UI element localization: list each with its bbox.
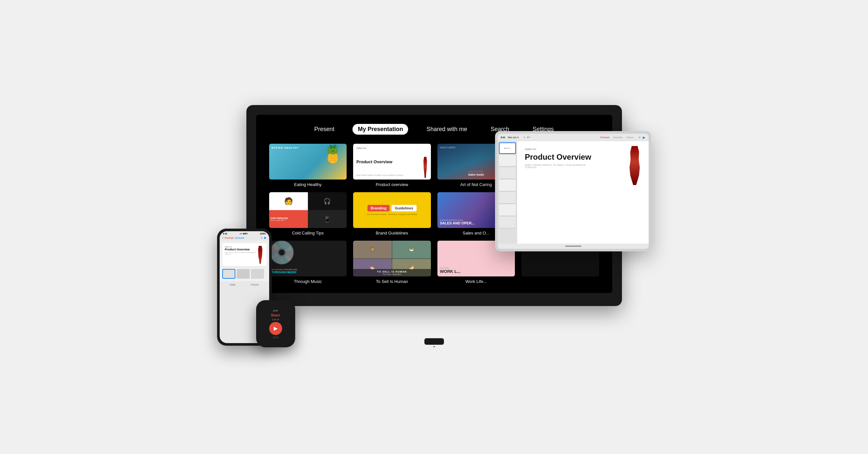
ipad-thumb-2[interactable]	[499, 155, 516, 166]
ipad-add-btn[interactable]: +	[639, 136, 641, 139]
ipad-slide-panel: Zylker Inc.	[498, 141, 517, 244]
sell-overlay-text: TO SELL IS HUMAN Psychology of persuasio…	[353, 269, 431, 277]
brand-pills: Branding Guidelines	[367, 205, 416, 212]
card-eating-healthy-label: Eating Healthy	[269, 182, 347, 187]
nav-item-shared[interactable]: Shared with me	[421, 124, 472, 135]
music-text: INFLUENCING CONSUMER MIND THROUGH MUSIC	[272, 269, 298, 274]
watch-device: 9:47 Share 2 of 14 ▶ 10:23	[256, 300, 295, 347]
ipad-forward-btn[interactable]: ↩	[527, 135, 530, 139]
phone-slide-title: Product Overview	[225, 248, 264, 251]
through-music-title: THROUGH MUSIC	[272, 270, 298, 274]
sell-img1: 🥘	[353, 241, 392, 259]
watch-progress-display: 10:23	[273, 336, 279, 338]
ipad-body: Zylker Inc. Zylker Inc. Product Overview…	[498, 141, 649, 244]
sales-leads-tag: Sales leads	[440, 147, 455, 149]
card-work-life-label: Work Life...	[437, 279, 515, 284]
ipad-nav-buttons: ‹ ↩	[524, 135, 530, 139]
ipad-animate-tab[interactable]: Animate	[613, 136, 623, 139]
tv-stand-base	[405, 303, 463, 306]
card-cold-calling[interactable]: 🧑 🎧 Cold calling tips Does it really wor…	[269, 192, 347, 235]
watch-label-display: Share	[271, 314, 280, 317]
thumb-eating-healthy: EATING HEALTHY 🍍	[269, 144, 347, 180]
pineapple-icon: 🍍	[322, 145, 343, 162]
ipad-share-tab[interactable]: Share	[626, 136, 633, 139]
cc-subtitle: Does it really work ?	[271, 219, 306, 221]
cc-quadrant2: 🎧	[308, 192, 347, 210]
guidelines-pill: Guidelines	[392, 205, 416, 212]
phone-footer-bar: Slide Theme	[220, 281, 269, 288]
phone-signal: ▪▪▪ WiFi	[240, 232, 248, 235]
ipad-device: 9:41 Mon Jun 3 ‹ ↩ Format Animate Share …	[495, 131, 651, 251]
phone-thumb-2[interactable]	[237, 269, 250, 279]
ipad-screen: 9:41 Mon Jun 3 ‹ ↩ Format Animate Share …	[498, 134, 649, 249]
ipad-main-content: Zylker Inc. Product Overview KEEP THINGS…	[517, 141, 649, 244]
watch-screen: 9:47 Share 2 of 14 ▶ 10:23	[258, 302, 293, 345]
card-cold-calling-label: Cold Calling Tips	[269, 231, 347, 235]
phone-animate-tab[interactable]: Animate	[235, 236, 244, 239]
phone-thumb-3[interactable]	[251, 269, 264, 279]
thumb-brand-guidelines: Branding Guidelines For all content mast…	[353, 192, 431, 228]
phone-back-btn[interactable]: ‹	[222, 235, 224, 240]
thumb-sell-human: 🥘 🥗 🍜 🥙 TO SELL IS HUMAN Psychology of p…	[353, 241, 431, 277]
nav-item-present[interactable]: Present	[309, 124, 339, 135]
phone-content-area: Zylker Inc. Product Overview KEEP THINGS…	[220, 241, 269, 281]
product-title-thumb: Product Overview	[356, 159, 428, 165]
main-scene: Present My Presentation Shared with me S…	[217, 105, 651, 349]
ipad-thumb-4[interactable]	[499, 180, 516, 191]
ipad-play-btn[interactable]: ▶	[643, 136, 645, 139]
phone-format-tab[interactable]: Format	[225, 236, 234, 239]
work-life-title: WORK L...	[440, 269, 513, 274]
cc-quadrant3: Cold calling tips Does it really work ?	[269, 210, 308, 228]
ipad-thumb-5[interactable]	[499, 192, 516, 203]
ipad-toolbar: 9:41 Mon Jun 3 ‹ ↩ Format Animate Share …	[498, 134, 649, 141]
phone-nav-bar: ‹ Format Animate + ▶	[220, 235, 269, 241]
phone-thumb-1[interactable]	[222, 269, 235, 279]
thumb-cold-calling: 🧑 🎧 Cold calling tips Does it really wor…	[269, 192, 347, 228]
phone-status-bar: 9:41 ▪▪▪ WiFi 100%	[220, 231, 269, 235]
phone-time: 9:41	[223, 232, 227, 235]
product-sub-thumb: KEEP THINGS SIMPLE TO MAKE YOUR AUDIENCE…	[356, 174, 428, 176]
sell-sub-title: Psychology of persuasion	[354, 273, 430, 275]
nav-item-my-presentation[interactable]: My Presentation	[352, 124, 408, 135]
brand-tagline: For all content masters - Marketers, Ins…	[367, 213, 417, 215]
ipad-date: Mon Jun 3	[508, 136, 519, 138]
ipad-thumb-6[interactable]	[499, 204, 516, 216]
phone-thumbnail-strip	[222, 269, 267, 279]
phone-slide-label[interactable]: Slide	[230, 283, 236, 286]
ipad-company-name: Zylker Inc.	[525, 148, 641, 151]
ipad-format-tab[interactable]: Format	[600, 136, 609, 139]
sell-img2: 🥗	[392, 241, 431, 259]
card-eating-healthy[interactable]: EATING HEALTHY 🍍 Eating Healthy	[269, 144, 347, 187]
phone-battery: 100%	[260, 232, 266, 235]
ipad-back-btn[interactable]: ‹	[524, 135, 525, 139]
card-product-overview-label: Product overview	[353, 182, 431, 187]
card-product-overview[interactable]: Zylker Inc. Product Overview KEEP THINGS…	[353, 144, 431, 187]
cc-quadrant1: 🧑	[269, 192, 308, 210]
ipad-slide-title: Product Overview	[525, 153, 606, 162]
ipad-slide-subtitle: KEEP THINGS SIMPLE TO MAKE YOUR AUDIENCE…	[525, 164, 595, 168]
ipad-action-buttons: + ▶	[639, 136, 645, 139]
card-music-label: Through Music	[269, 279, 347, 284]
ipad-vase-decoration	[627, 146, 642, 185]
watch-time-display: 9:47	[273, 309, 278, 312]
phone-play-btn[interactable]: ▶	[264, 236, 267, 239]
phone-add-btn[interactable]: +	[261, 236, 262, 240]
card-brand-guidelines[interactable]: Branding Guidelines For all content mast…	[353, 192, 431, 235]
watch-slide-info: 2 of 14	[272, 318, 279, 321]
to-sell-human-title: TO SELL IS HUMAN	[354, 270, 430, 273]
watch-play-button[interactable]: ▶	[269, 322, 282, 335]
thumb-music: 💿 INFLUENCING CONSUMER MIND THROUGH MUSI…	[269, 241, 347, 277]
vinyl-icon: 💿	[269, 241, 296, 266]
thumb-product-overview: Zylker Inc. Product Overview KEEP THINGS…	[353, 144, 431, 180]
phone-theme-label[interactable]: Theme	[251, 283, 259, 286]
card-sell-human-label: To Sell Is Human	[353, 279, 431, 284]
ipad-thumb-3[interactable]	[499, 167, 516, 179]
card-sell-human[interactable]: 🥘 🥗 🍜 🥙 TO SELL IS HUMAN Psychology of p…	[353, 241, 431, 284]
atv-status-light	[434, 346, 435, 347]
product-company: Zylker Inc.	[356, 147, 428, 149]
ipad-thumb-7[interactable]	[499, 217, 516, 228]
card-music[interactable]: 💿 INFLUENCING CONSUMER MIND THROUGH MUSI…	[269, 241, 347, 284]
ipad-thumb-1[interactable]: Zylker Inc.	[499, 142, 516, 154]
apple-tv-box	[425, 338, 444, 347]
tv-stand-neck	[421, 293, 447, 303]
